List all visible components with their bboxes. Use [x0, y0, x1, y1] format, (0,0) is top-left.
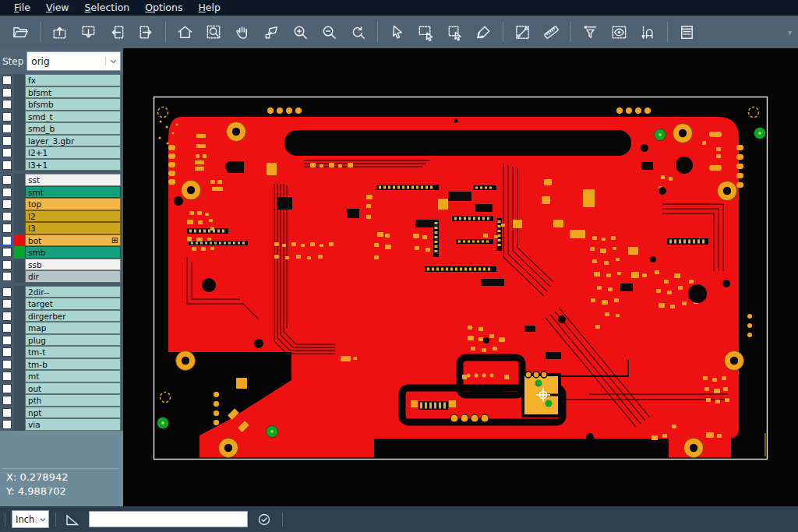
- layer-label: l2+1: [25, 146, 121, 159]
- layer-row-tm-t[interactable]: tm-t: [0, 346, 123, 358]
- layer-row-bot[interactable]: bot⊞: [0, 234, 123, 247]
- layer-visibility-checkbox[interactable]: [2, 160, 12, 170]
- layer-row-mt[interactable]: mt: [0, 370, 123, 382]
- refresh-check-icon[interactable]: [256, 511, 273, 528]
- layer-visibility-checkbox[interactable]: [2, 299, 12, 308]
- layer-label: bfsmb: [25, 98, 121, 111]
- move-up-icon[interactable]: [51, 23, 69, 41]
- unit-value: Inch: [12, 514, 36, 525]
- toolbar-overflow-icon[interactable]: ▾: [788, 28, 792, 37]
- layer-row-via[interactable]: via: [0, 418, 123, 431]
- layer-row-out[interactable]: out: [0, 382, 123, 395]
- layer-visibility-checkbox[interactable]: [2, 336, 12, 345]
- layer-row-npt[interactable]: npt: [0, 407, 123, 419]
- zoom-window-icon[interactable]: [205, 23, 224, 41]
- layer-row-sst[interactable]: sst: [0, 174, 123, 186]
- menu-options[interactable]: Options: [137, 0, 190, 16]
- snap-icon[interactable]: [639, 23, 658, 41]
- layer-label: top: [25, 198, 121, 210]
- layer-visibility-checkbox[interactable]: [2, 287, 12, 297]
- layer-color-swatch: [14, 174, 25, 186]
- layer-row-l3+1[interactable]: l3+1: [0, 159, 123, 171]
- layer-visibility-checkbox[interactable]: [2, 384, 12, 393]
- layer-row-fx[interactable]: fx: [0, 74, 123, 86]
- pcb-canvas[interactable]: [123, 48, 798, 506]
- layer-visibility-checkbox[interactable]: [2, 124, 12, 133]
- layer-visibility-checkbox[interactable]: [2, 188, 12, 197]
- angle-measure-icon[interactable]: [64, 511, 81, 528]
- zoom-dynamic-icon[interactable]: [263, 23, 281, 41]
- layer-row-tm-b[interactable]: tm-b: [0, 358, 123, 371]
- toolbar: ▾: [0, 16, 798, 48]
- move-down-icon[interactable]: [79, 23, 98, 41]
- layer-visibility-checkbox[interactable]: [2, 420, 12, 429]
- layer-visibility-checkbox[interactable]: [2, 360, 12, 369]
- layer-row-map[interactable]: map: [0, 322, 123, 334]
- step-select[interactable]: orig: [26, 51, 121, 71]
- command-input[interactable]: [89, 511, 248, 527]
- ruler-icon[interactable]: [542, 23, 561, 41]
- unit-select[interactable]: Inch: [12, 510, 49, 528]
- layer-row-smd_t[interactable]: smd_t: [0, 111, 123, 123]
- measure-line-icon[interactable]: [514, 23, 532, 41]
- layer-row-dir[interactable]: dir: [0, 270, 123, 283]
- move-left-icon[interactable]: [108, 23, 127, 41]
- layer-row-2dir--[interactable]: 2dir--: [0, 286, 123, 298]
- layer-row-target[interactable]: target: [0, 298, 123, 310]
- layer-row-l2[interactable]: l2: [0, 210, 123, 223]
- layer-visibility-checkbox[interactable]: [2, 112, 12, 122]
- menu-file[interactable]: File: [6, 0, 38, 16]
- select-cursor-icon[interactable]: [388, 23, 407, 41]
- layer-visibility-checkbox[interactable]: [2, 312, 12, 321]
- layer-visibility-checkbox[interactable]: [2, 408, 12, 417]
- layer-visibility-checkbox[interactable]: [2, 272, 12, 281]
- zoom-in-icon[interactable]: [291, 23, 310, 41]
- menu-help[interactable]: Help: [190, 0, 228, 16]
- menu-selection[interactable]: Selection: [77, 0, 138, 16]
- layer-visibility-checkbox[interactable]: [2, 372, 12, 381]
- layer-visibility-checkbox[interactable]: [2, 212, 12, 221]
- layer-visibility-checkbox[interactable]: [2, 199, 12, 209]
- layer-row-bfsmb[interactable]: bfsmb: [0, 98, 123, 111]
- open-folder-icon[interactable]: [12, 23, 30, 41]
- zoom-previous-icon[interactable]: [349, 23, 368, 41]
- layer-label: dirgerber: [25, 310, 121, 322]
- brush-icon[interactable]: [475, 23, 493, 41]
- filter-icon[interactable]: [581, 23, 600, 41]
- select-rect-icon[interactable]: [417, 23, 436, 41]
- layer-row-smt[interactable]: smt: [0, 186, 123, 199]
- layer-row-dirgerber[interactable]: dirgerber: [0, 310, 123, 322]
- layer-label: fx: [25, 74, 121, 86]
- pan-hand-icon[interactable]: [234, 23, 252, 41]
- layer-visibility-checkbox[interactable]: [2, 260, 12, 270]
- layer-row-pth[interactable]: pth: [0, 394, 123, 407]
- layer-visibility-checkbox[interactable]: [2, 224, 12, 233]
- layer-visibility-checkbox[interactable]: [2, 236, 12, 245]
- layer-row-l2+1[interactable]: l2+1: [0, 146, 123, 159]
- layer-row-smd_b[interactable]: smd_b: [0, 122, 123, 135]
- layer-row-smb[interactable]: smb: [0, 246, 123, 259]
- layer-visibility-checkbox[interactable]: [2, 347, 12, 357]
- layer-visibility-checkbox[interactable]: [2, 323, 12, 333]
- layer-row-l3[interactable]: l3: [0, 222, 123, 234]
- layer-visibility-checkbox[interactable]: [2, 100, 12, 109]
- layer-row-ssb[interactable]: ssb: [0, 259, 123, 271]
- layer-visibility-checkbox[interactable]: [2, 175, 12, 185]
- menu-view[interactable]: View: [38, 0, 77, 16]
- layer-row-layer_3.gbr[interactable]: layer_3.gbr: [0, 135, 123, 147]
- move-right-icon[interactable]: [137, 23, 156, 41]
- view-box-icon[interactable]: [610, 23, 629, 41]
- layer-visibility-checkbox[interactable]: [2, 136, 12, 146]
- layer-visibility-checkbox[interactable]: [2, 76, 12, 85]
- layer-visibility-checkbox[interactable]: [2, 396, 12, 405]
- home-view-icon[interactable]: [176, 23, 195, 41]
- layer-visibility-checkbox[interactable]: [2, 248, 12, 257]
- zoom-out-icon[interactable]: [320, 23, 339, 41]
- select-group-icon[interactable]: [446, 23, 464, 41]
- layer-visibility-checkbox[interactable]: [2, 88, 12, 97]
- layer-row-plug[interactable]: plug: [0, 334, 123, 347]
- report-icon[interactable]: [678, 23, 697, 41]
- layer-visibility-checkbox[interactable]: [2, 148, 12, 157]
- layer-row-top[interactable]: top: [0, 198, 123, 210]
- layer-row-bfsmt[interactable]: bfsmt: [0, 86, 123, 99]
